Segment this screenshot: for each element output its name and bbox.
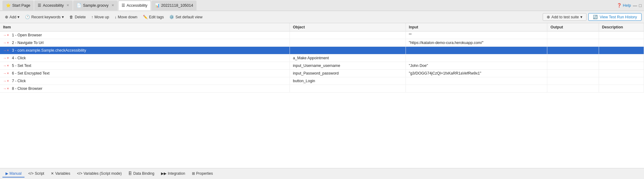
cell-description-8 [599,85,644,93]
set-default-view-button[interactable]: ⚙️ Set default view [167,14,205,20]
manual-icon: ▶ [6,171,8,176]
script-icon: </> [28,171,33,176]
maximize-button[interactable]: □ [639,3,642,8]
properties-icon: ⊞ [192,171,195,176]
move-down-icon: ↓ [114,15,116,19]
cell-output-8 [547,85,599,93]
star-icon: ⭐ [6,3,11,8]
column-header-input: Input [406,23,547,31]
cell-item-2: →✕2 - Navigate To Url [0,39,290,47]
tab-date-run-label: 20221118_105014 [161,3,193,8]
cell-object-7: button_Login [290,77,406,85]
history-icon: 🔄 [593,15,598,19]
help-button[interactable]: ❓ Help [617,3,631,8]
cell-object-6: input_Password_password [290,70,406,77]
tab-bar: ⭐ Start Page ☰ Accessibility ✕ 📄 Sample.… [0,0,644,11]
table-row[interactable]: →✕7 - Click button_Login [0,77,644,85]
cell-input-6: "g3/DOGG74jCzQl+1fxKaRR1aVefRw9x1" [406,70,547,77]
data-binding-icon: 🗄 [128,171,132,176]
column-header-item: Item [0,23,290,31]
cell-object-5: input_Username_username [290,62,406,70]
data-binding-label: Data Binding [133,171,154,176]
cell-input-3 [406,47,547,54]
tab-data-binding[interactable]: 🗄 Data Binding [125,170,157,177]
tab-close-sample-groovy[interactable]: ✕ [111,3,114,7]
tab-bar-right: ❓ Help — □ [617,3,642,8]
cell-output-4 [547,54,599,62]
cell-item-4: →✕4 - Click [0,54,290,62]
arrow-icon-6: →✕ [3,71,11,75]
tab-manual[interactable]: ▶ Manual [2,170,24,177]
tab-start-page[interactable]: ⭐ Start Page [2,1,34,10]
variables-script-label: Variables (Script mode) [84,171,122,176]
tab-integration[interactable]: ▶▶ Integration [158,170,188,177]
tab-close-accessibility-1[interactable]: ✕ [66,3,69,7]
move-up-button[interactable]: ↑ Move up [89,14,111,20]
properties-label: Properties [196,171,213,176]
cell-description-1 [599,31,644,39]
tab-sample-groovy[interactable]: 📄 Sample.groovy ✕ [73,1,117,10]
table-row[interactable]: →✕4 - Click a_Make Appointment [0,54,644,62]
cell-output-3 [547,47,599,54]
tab-sample-groovy-label: Sample.groovy [83,3,108,8]
minimize-button[interactable]: — [633,3,637,8]
recent-keywords-button[interactable]: 🕐 Recent keywords ▾ [23,14,66,20]
add-dropdown-icon: ▾ [17,15,20,19]
cell-description-7 [599,77,644,85]
cell-object-2 [290,39,406,47]
tab-accessibility-2[interactable]: ☰ Accessibility [118,1,151,10]
table-row[interactable]: →✕1 - Open Browser "" [0,31,644,39]
tab-script[interactable]: </> Script [25,170,47,177]
cell-item-5: →✕5 - Set Text [0,62,290,70]
gear-icon: ⚙️ [169,15,174,19]
cell-input-1: "" [406,31,547,39]
table-header-row: Item Object Input Output Description [0,23,644,31]
tab-variables[interactable]: ✕ Variables [48,170,73,177]
cell-description-4 [599,54,644,62]
cell-input-5: "John Doe" [406,62,547,70]
tab-accessibility-1[interactable]: ☰ Accessibility ✕ [34,1,73,10]
add-suite-icon: ⊕ [547,15,550,19]
table-row[interactable]: →✕6 - Set Encrypted Text input_Password_… [0,70,644,77]
edit-tags-button[interactable]: ✏️ Edit tags [140,14,167,20]
cell-input-7 [406,77,547,85]
table-row[interactable]: →✕5 - Set Text input_Username_username "… [0,62,644,70]
add-icon: ⊕ [5,15,8,19]
view-test-run-history-button[interactable]: 🔄 View Test Run History [588,13,642,21]
cell-object-1 [290,31,406,39]
cell-item-7: →✕7 - Click [0,77,290,85]
variables-icon: ✕ [51,171,54,176]
add-suite-dropdown-icon: ▾ [580,15,582,19]
cell-output-6 [547,70,599,77]
delete-icon: 🗑 [69,15,73,19]
integration-label: Integration [168,171,185,176]
tab-variables-script[interactable]: </> Variables (Script mode) [74,170,125,177]
cell-description-2 [599,39,644,47]
arrow-icon-2: →✕ [3,41,11,45]
bottom-tab-bar: ▶ Manual </> Script ✕ Variables </> Vari… [0,168,644,179]
arrow-icon-7: →✕ [3,79,11,83]
table-row[interactable]: →✕3 - com.example.Sample.checkAccessibil… [0,47,644,54]
tab-properties[interactable]: ⊞ Properties [189,170,216,177]
recent-dropdown-icon: ▾ [62,15,64,19]
toolbar: ⊕ Add ▾ 🕐 Recent keywords ▾ 🗑 Delete ↑ M… [0,11,644,23]
arrow-icon-3: →✕ [3,49,11,52]
add-button[interactable]: ⊕ Add ▾ [2,14,22,20]
cell-input-4 [406,54,547,62]
tab-date-run[interactable]: 📊 20221118_105014 [152,1,197,10]
cell-input-2: "https://katalon-demo-cura.herokuapp.com… [406,39,547,47]
cell-item-6: →✕6 - Set Encrypted Text [0,70,290,77]
cell-input-8 [406,85,547,93]
column-header-description: Description [599,23,644,31]
table-row[interactable]: →✕8 - Close Browser [0,85,644,93]
move-down-button[interactable]: ↓ Move down [112,14,140,20]
script-label: Script [35,171,44,176]
cell-item-3: →✕3 - com.example.Sample.checkAccessibil… [0,47,290,54]
add-to-test-suite-button[interactable]: ⊕ Add to test suite ▾ [543,13,587,21]
help-icon: ❓ [617,3,622,8]
delete-button[interactable]: 🗑 Delete [67,14,88,20]
table-row[interactable]: →✕2 - Navigate To Url "https://katalon-d… [0,39,644,47]
cell-description-6 [599,70,644,77]
cell-item-1: →✕1 - Open Browser [0,31,290,39]
cell-description-3 [599,47,644,54]
